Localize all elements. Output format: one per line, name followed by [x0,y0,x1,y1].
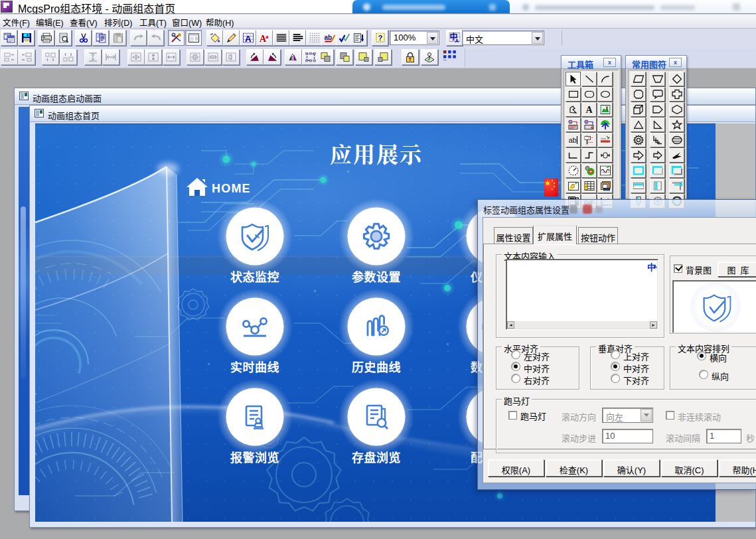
svg-text:ab: ab [568,136,576,144]
svg-text:ab: ab [324,34,332,41]
svg-text:HOME: HOME [212,182,251,195]
svg-text:状态监控: 状态监控 [230,268,279,285]
svg-text:a: a [265,33,269,40]
svg-text:?: ? [378,34,382,42]
svg-text:报警浏览: 报警浏览 [230,448,279,465]
svg-text:A: A [585,105,593,114]
svg-text:A: A [245,34,252,43]
svg-text:实时曲线: 实时曲线 [230,358,279,375]
svg-text:A: A [455,38,459,43]
svg-text:存盘浏览: 存盘浏览 [352,448,401,465]
svg-text:历史曲线: 历史曲线 [352,358,401,375]
svg-text:参数设置: 参数设置 [352,268,401,285]
svg-text:T: T [409,57,412,62]
svg-text:应用展示: 应用展示 [330,137,423,169]
